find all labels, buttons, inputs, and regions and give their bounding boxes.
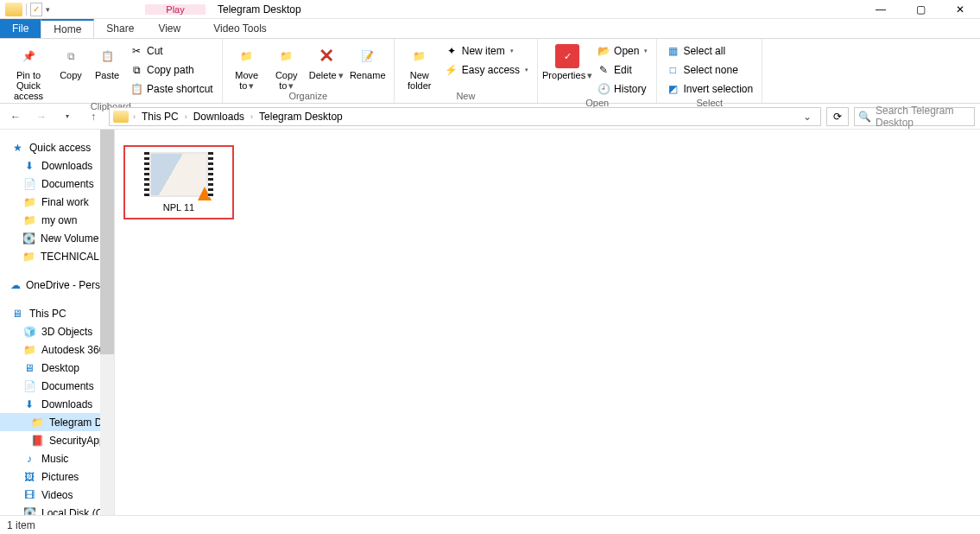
nav-telegram-desktop[interactable]: 📁Telegram Desktop (0, 413, 114, 431)
delete-button[interactable]: ✕ Delete▾ (307, 41, 345, 80)
crumb-thispc[interactable]: This PC (140, 111, 180, 123)
nav-desktop[interactable]: 🖥Desktop (0, 359, 114, 377)
search-input[interactable]: 🔍 Search Telegram Desktop (854, 107, 975, 126)
edit-label: Edit (614, 64, 632, 76)
nav-documents2[interactable]: 📄Documents (0, 377, 114, 395)
nav-security[interactable]: 📕SecurityAppliances (0, 431, 114, 449)
videos-icon: 🎞 (22, 488, 36, 502)
properties-qat-icon[interactable] (30, 3, 42, 16)
pin-to-quick-access-button[interactable]: 📌 Pin to Quick access (5, 41, 52, 101)
up-button[interactable]: ↑ (83, 106, 104, 127)
rename-button[interactable]: 📝 Rename (347, 41, 389, 80)
cut-label: Cut (147, 45, 163, 57)
paste-shortcut-button[interactable]: 📋Paste shortcut (126, 80, 217, 98)
nav-new-volume[interactable]: 💽New Volume (D:) (0, 229, 114, 247)
nav-downloads[interactable]: ⬇Downloads📌 (0, 156, 114, 175)
scrollbar-thumb[interactable] (100, 130, 114, 354)
organize-group-label: Organize (228, 91, 389, 103)
folder-icon: 📁 (22, 213, 36, 227)
content-pane[interactable]: NPL 11 (115, 130, 980, 515)
tab-file[interactable]: File (0, 19, 41, 38)
properties-button[interactable]: ✓ Properties▾ (543, 41, 591, 80)
nav-music[interactable]: ♪Music (0, 449, 114, 467)
nav-onedrive[interactable]: ☁OneDrive - Personal (0, 276, 114, 294)
nav-3d-objects[interactable]: 🧊3D Objects (0, 322, 114, 340)
easy-access-button[interactable]: ⚡Easy access▾ (441, 61, 532, 79)
open-button[interactable]: 📂Open▾ (593, 42, 651, 60)
3d-icon: 🧊 (22, 325, 36, 339)
new-folder-label: New folder (400, 70, 439, 91)
forward-button[interactable]: → (31, 106, 52, 127)
item-count: 1 item (7, 519, 35, 531)
breadcrumb-dropdown-icon[interactable]: ⌄ (798, 111, 817, 123)
paste-shortcut-label: Paste shortcut (147, 83, 213, 95)
paste-button[interactable]: 📋 Paste (90, 41, 124, 80)
back-button[interactable]: ← (5, 106, 26, 127)
nav-this-pc[interactable]: 🖥This PC (0, 304, 114, 322)
nav-quick-access[interactable]: ★Quick access (0, 138, 114, 156)
copy-button[interactable]: ⧉ Copy (54, 41, 88, 80)
new-folder-button[interactable]: 📁 New folder (400, 41, 439, 91)
nav-videos[interactable]: 🎞Videos (0, 486, 114, 504)
copy-path-button[interactable]: ⧉Copy path (126, 61, 217, 79)
nav-technical[interactable]: 📁TECHNICAL COMPUTE (0, 247, 114, 265)
nav-scrollbar[interactable] (100, 130, 114, 515)
tab-view[interactable]: View (146, 19, 193, 38)
chevron-right-icon[interactable]: › (182, 112, 190, 121)
search-placeholder: Search Telegram Desktop (876, 105, 971, 129)
cut-button[interactable]: ✂Cut (126, 42, 217, 60)
address-bar: ← → ▾ ↑ › This PC › Downloads › Telegram… (0, 104, 980, 130)
crumb-downloads[interactable]: Downloads (192, 111, 246, 123)
crumb-telegram[interactable]: Telegram Desktop (257, 111, 345, 123)
file-item[interactable]: NPL 11 (123, 145, 234, 219)
ribbon: 📌 Pin to Quick access ⧉ Copy 📋 Paste ✂Cu… (0, 39, 980, 104)
breadcrumb[interactable]: › This PC › Downloads › Telegram Desktop… (109, 107, 821, 126)
select-none-button[interactable]: □Select none (662, 61, 756, 79)
chevron-right-icon[interactable]: › (130, 112, 138, 121)
nav-downloads2[interactable]: ⬇Downloads (0, 395, 114, 413)
download-icon: ⬇ (22, 159, 36, 173)
tab-share[interactable]: Share (94, 19, 146, 38)
nav-pictures[interactable]: 🖼Pictures (0, 467, 114, 486)
maximize-button[interactable]: ▢ (901, 0, 940, 19)
copy-label: Copy (60, 70, 82, 80)
paste-shortcut-icon: 📋 (130, 82, 143, 96)
copy-to-button[interactable]: 📁 Copy to▾ (268, 41, 306, 91)
nav-label: Videos (41, 489, 73, 501)
delete-icon: ✕ (314, 44, 338, 68)
history-icon: 🕘 (597, 82, 610, 96)
tab-video-tools[interactable]: Video Tools (201, 19, 279, 38)
history-button[interactable]: 🕘History (593, 80, 651, 98)
new-item-button[interactable]: ✦New item▾ (441, 42, 532, 60)
nav-local-disk[interactable]: 💽Local Disk (C:) (0, 504, 114, 515)
nav-autodesk[interactable]: 📁Autodesk 360 (0, 340, 114, 359)
invert-selection-button[interactable]: ◩Invert selection (662, 80, 756, 98)
nav-final-work[interactable]: 📁Final work (0, 193, 114, 211)
nav-documents[interactable]: 📄Documents📌 (0, 175, 114, 193)
tab-home[interactable]: Home (41, 19, 94, 38)
nav-label: 3D Objects (41, 326, 92, 338)
desktop-icon: 🖥 (22, 361, 36, 375)
chevron-right-icon[interactable]: › (248, 112, 256, 121)
move-to-button[interactable]: 📁 Move to▾ (228, 41, 266, 91)
rename-icon: 📝 (356, 44, 380, 68)
qat-dropdown-icon[interactable]: ▾ (46, 5, 50, 14)
invert-selection-label: Invert selection (683, 83, 753, 95)
delete-label: Delete▾ (309, 70, 344, 80)
nav-my-own[interactable]: 📁my own (0, 211, 114, 229)
paste-icon: 📋 (95, 44, 119, 68)
music-icon: ♪ (22, 452, 36, 466)
ribbon-group-organize: 📁 Move to▾ 📁 Copy to▾ ✕ Delete▾ 📝 Rename… (223, 39, 395, 103)
select-all-button[interactable]: ▦Select all (662, 42, 756, 60)
separator (26, 3, 27, 16)
close-button[interactable]: ✕ (940, 0, 980, 19)
drive-icon: 💽 (22, 506, 36, 516)
edit-button[interactable]: ✎Edit (593, 61, 651, 79)
nav-label: Downloads (41, 398, 92, 410)
copy-to-label: Copy to▾ (268, 70, 306, 91)
refresh-button[interactable]: ⟳ (826, 107, 849, 126)
recent-locations-button[interactable]: ▾ (57, 106, 78, 127)
navigation-pane: ★Quick access ⬇Downloads📌 📄Documents📌 📁F… (0, 130, 115, 515)
star-icon: ★ (10, 141, 24, 155)
minimize-button[interactable]: — (861, 0, 901, 19)
